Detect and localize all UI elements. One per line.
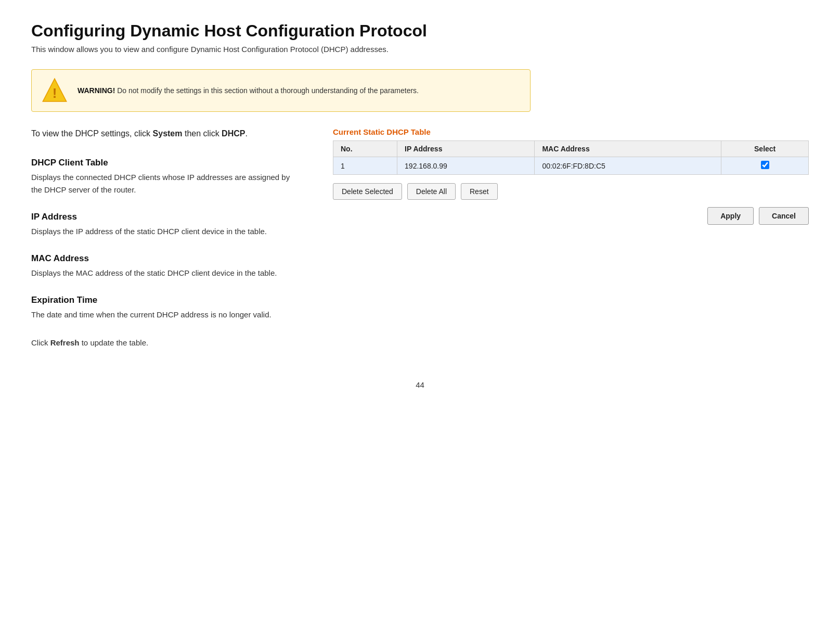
page-subtitle: This window allows you to view and confi… xyxy=(31,45,809,54)
warning-icon: ! xyxy=(41,77,68,104)
svg-text:!: ! xyxy=(53,85,57,101)
apply-button[interactable]: Apply xyxy=(707,207,754,225)
right-panel: Current Static DHCP Table No. IP Address… xyxy=(333,127,809,225)
section-title-ip-address: IP Address xyxy=(31,212,302,222)
cell-select[interactable] xyxy=(721,157,809,175)
intro-before: To view the DHCP settings, click xyxy=(31,129,153,138)
apply-cancel-row: Apply Cancel xyxy=(333,207,809,225)
warning-label: WARNING! xyxy=(77,86,115,95)
col-header-select: Select xyxy=(721,141,809,157)
refresh-before: Click xyxy=(31,338,50,347)
warning-box: ! WARNING! Do not modify the settings in… xyxy=(31,69,531,112)
col-header-ip: IP Address xyxy=(397,141,535,157)
refresh-after: to update the table. xyxy=(80,338,149,347)
section-body-dhcp-client-table: Displays the connected DHCP clients whos… xyxy=(31,171,302,196)
table-title: Current Static DHCP Table xyxy=(333,127,809,136)
intro-text: To view the DHCP settings, click System … xyxy=(31,127,302,140)
cell-ip: 192.168.0.99 xyxy=(397,157,535,175)
dhcp-link: DHCP xyxy=(222,129,245,138)
intro-between: then click xyxy=(182,129,222,138)
table-actions: Delete Selected Delete All Reset xyxy=(333,183,809,200)
col-header-no: No. xyxy=(333,141,397,157)
section-title-expiration-time: Expiration Time xyxy=(31,295,302,305)
section-body-ip-address: Displays the IP address of the static DH… xyxy=(31,225,302,238)
content-area: To view the DHCP settings, click System … xyxy=(31,127,809,349)
section-title-dhcp-client-table: DHCP Client Table xyxy=(31,158,302,168)
warning-text: WARNING! Do not modify the settings in t… xyxy=(77,86,419,95)
section-title-mac-address: MAC Address xyxy=(31,253,302,264)
section-ip-address: IP Address Displays the IP address of th… xyxy=(31,212,302,238)
row-checkbox[interactable] xyxy=(761,161,769,169)
section-expiration-time: Expiration Time The date and time when t… xyxy=(31,295,302,321)
section-body-expiration-time: The date and time when the current DHCP … xyxy=(31,309,302,321)
dhcp-table: No. IP Address MAC Address Select 1 192.… xyxy=(333,140,809,175)
delete-all-button[interactable]: Delete All xyxy=(407,183,456,200)
cancel-button[interactable]: Cancel xyxy=(759,207,809,225)
page-title: Configuring Dynamic Host Configuration P… xyxy=(31,21,809,41)
section-body-mac-address: Displays the MAC address of the static D… xyxy=(31,267,302,279)
delete-selected-button[interactable]: Delete Selected xyxy=(333,183,402,200)
table-row: 1 192.168.0.99 00:02:6F:FD:8D:C5 xyxy=(333,157,809,175)
left-panel: To view the DHCP settings, click System … xyxy=(31,127,302,349)
section-mac-address: MAC Address Displays the MAC address of … xyxy=(31,253,302,279)
reset-button[interactable]: Reset xyxy=(461,183,498,200)
page-number: 44 xyxy=(31,380,809,389)
cell-no: 1 xyxy=(333,157,397,175)
system-link: System xyxy=(153,129,183,138)
table-header-row: No. IP Address MAC Address Select xyxy=(333,141,809,157)
refresh-text: Click Refresh to update the table. xyxy=(31,337,302,349)
intro-after: . xyxy=(245,129,247,138)
cell-mac: 00:02:6F:FD:8D:C5 xyxy=(535,157,721,175)
section-dhcp-client-table: DHCP Client Table Displays the connected… xyxy=(31,158,302,196)
col-header-mac: MAC Address xyxy=(535,141,721,157)
warning-description: Do not modify the settings in this secti… xyxy=(117,86,419,95)
refresh-bold: Refresh xyxy=(50,338,80,347)
